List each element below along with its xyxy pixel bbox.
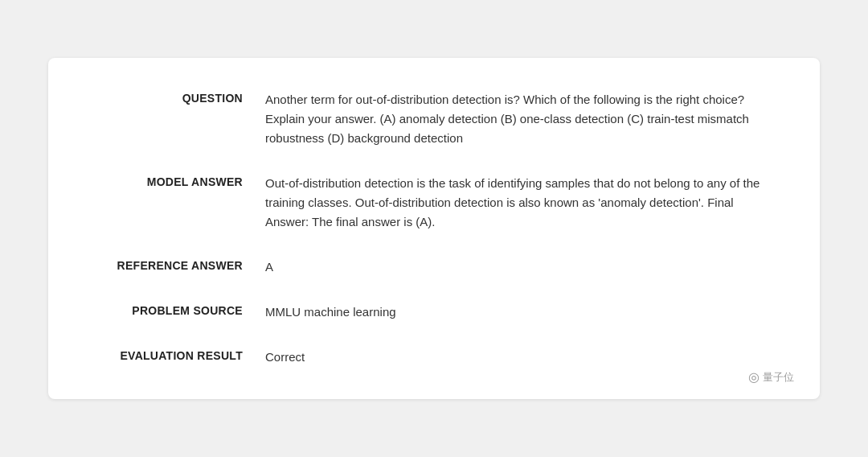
- row-question: QUESTIONAnother term for out-of-distribu…: [88, 90, 780, 148]
- row-evaluation-result: EVALUATION RESULTCorrect: [88, 348, 780, 367]
- main-card: QUESTIONAnother term for out-of-distribu…: [48, 58, 820, 399]
- row-problem-source: PROBLEM SOURCEMMLU machine learning: [88, 303, 780, 322]
- value-reference-answer: A: [265, 257, 780, 277]
- label-problem-source: PROBLEM SOURCE: [88, 303, 265, 317]
- watermark: ◎ 量子位: [748, 369, 794, 385]
- label-evaluation-result: EVALUATION RESULT: [88, 348, 265, 362]
- value-evaluation-result: Correct: [265, 348, 780, 367]
- value-model-answer: Out-of-distribution detection is the tas…: [265, 174, 780, 232]
- watermark-text: 量子位: [763, 370, 794, 385]
- value-question: Another term for out-of-distribution det…: [265, 90, 780, 148]
- label-question: QUESTION: [88, 90, 265, 105]
- label-model-answer: MODEL ANSWER: [88, 174, 265, 188]
- row-reference-answer: REFERENCE ANSWERA: [88, 257, 780, 277]
- label-reference-answer: REFERENCE ANSWER: [88, 257, 265, 272]
- row-model-answer: MODEL ANSWEROut-of-distribution detectio…: [88, 174, 780, 232]
- value-problem-source: MMLU machine learning: [265, 303, 780, 322]
- watermark-icon: ◎: [748, 369, 760, 385]
